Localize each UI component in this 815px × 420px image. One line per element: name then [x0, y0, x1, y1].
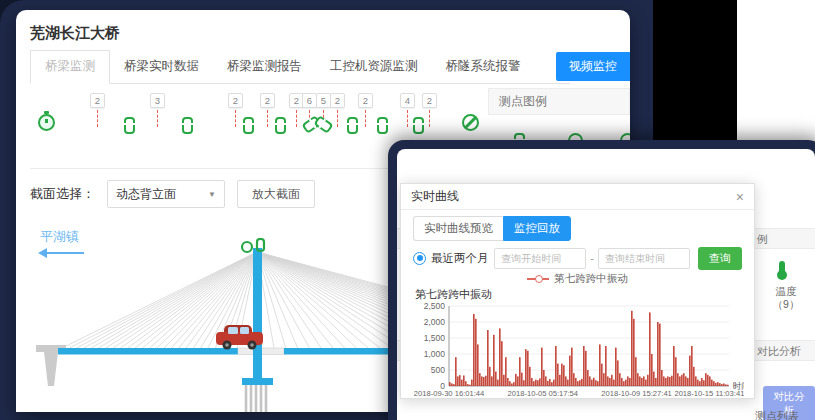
sensor-link-icon	[275, 117, 286, 134]
playback-modal-window: 例 温度 （9） 对比分析 对比分析 测点列表 实时曲线 × 实时曲线预览监控回…	[388, 140, 815, 420]
section-select-label: 截面选择：	[30, 185, 95, 203]
svg-text:时间: 时间	[733, 381, 744, 391]
alarm-dash-line	[157, 110, 158, 127]
video-monitor-button[interactable]: 视频监控	[556, 52, 630, 81]
svg-text:2018-10-09 15:27:41: 2018-10-09 15:27:41	[601, 389, 672, 398]
svg-text:2018-10-05 05:17:54: 2018-10-05 05:17:54	[508, 389, 579, 398]
section-controls: 截面选择： 动态背立面 ▼ 放大截面	[30, 180, 315, 208]
legend-label: 第七跨跨中振动	[554, 272, 628, 286]
tower-piles	[246, 385, 266, 412]
alarm-dash-line	[97, 110, 98, 127]
close-icon[interactable]: ×	[736, 190, 744, 204]
legend-panel-body	[488, 115, 630, 140]
alarm-dash-line	[296, 110, 297, 127]
alarm-dash-line	[429, 110, 430, 127]
legend-panel-header: 测点图例	[488, 88, 630, 115]
range-radio-label: 最近两个月	[431, 251, 489, 266]
sensor-count-badge: 4	[400, 93, 415, 108]
chart-title: 第七跨跨中振动	[415, 287, 742, 302]
thermometer-icon	[779, 261, 785, 274]
tab-桥梁监测[interactable]: 桥梁监测	[30, 50, 110, 84]
sensor-count-badge: 2	[260, 93, 275, 108]
sensor-link-icon	[124, 117, 135, 134]
page-title: 芜湖长江大桥	[30, 24, 120, 43]
dialog-tab-监控回放[interactable]: 监控回放	[503, 216, 571, 241]
svg-text:2,500: 2,500	[424, 302, 446, 311]
tower-top-ring-icon	[242, 242, 252, 252]
section-select-dropdown[interactable]: 动态背立面 ▼	[107, 180, 225, 208]
sensor-count-badge: 2	[422, 93, 437, 108]
legend-ring-icon	[620, 133, 630, 140]
right-panel-header-text: 例	[757, 233, 768, 245]
sensor-count-badge: 2	[90, 93, 105, 108]
measure-point-legend-panel: 测点图例	[488, 88, 630, 140]
sensor-count-badge: 2	[228, 93, 243, 108]
section-select-value: 动态背立面	[116, 186, 176, 203]
modal-page: 例 温度 （9） 对比分析 对比分析 测点列表 实时曲线 × 实时曲线预览监控回…	[397, 149, 815, 420]
tab-桥梁监测报告[interactable]: 桥梁监测报告	[213, 51, 316, 83]
backdrop-black-region	[653, 0, 737, 143]
sensor-link-crossed-icon	[313, 115, 333, 134]
sensor-link-icon	[377, 117, 388, 134]
range-separator: -	[590, 252, 594, 264]
clock-icon	[38, 114, 55, 131]
alarm-dash-line	[407, 110, 408, 127]
compare-section-text: 对比分析	[757, 345, 801, 357]
sensor-link-icon	[413, 117, 424, 134]
end-time-input[interactable]	[598, 248, 690, 269]
sensor-link-icon	[347, 117, 358, 134]
svg-text:1,000: 1,000	[424, 349, 446, 359]
alarm-dash-line	[337, 110, 338, 127]
query-button[interactable]: 查询	[698, 247, 742, 270]
alarm-dash-line	[365, 110, 366, 127]
dialog-tabbar: 实时曲线预览监控回放	[413, 216, 742, 241]
sensor-count-badge: 2	[358, 93, 373, 108]
legend-link-icon	[514, 133, 525, 140]
chart-legend: 第七跨跨中振动	[413, 272, 742, 285]
tab-桥隧系统报警[interactable]: 桥隧系统报警	[432, 51, 535, 83]
alarm-dash-line	[235, 110, 236, 127]
legend-ring-icon	[568, 133, 583, 140]
range-radio[interactable]	[413, 252, 426, 265]
svg-text:2,000: 2,000	[424, 317, 446, 327]
backdrop-white-region	[737, 0, 815, 143]
dialog-title: 实时曲线	[411, 188, 459, 205]
query-row: 最近两个月 - 查询	[413, 247, 742, 269]
no-entry-icon	[462, 114, 479, 131]
screenshot-stage: 芜湖长江大桥 桥梁监测桥梁实时数据桥梁监测报告工控机资源监测桥隧系统报警 视频监…	[0, 0, 815, 420]
sensor-count-badge: 3	[150, 93, 165, 108]
sensor-count-badge: 6	[302, 93, 317, 108]
svg-text:500: 500	[431, 365, 445, 375]
svg-text:1,500: 1,500	[424, 333, 446, 343]
zoom-section-button[interactable]: 放大截面	[237, 180, 315, 208]
realtime-curve-dialog: 实时曲线 × 实时曲线预览监控回放 最近两个月 - 查询	[400, 183, 755, 399]
sensor-link-icon	[182, 117, 193, 134]
chevron-down-icon: ▼	[208, 190, 216, 199]
temperature-label: 温度	[761, 285, 811, 299]
main-tabbar: 桥梁监测桥梁实时数据桥梁监测报告工控机资源监测桥隧系统报警	[30, 54, 570, 84]
bridge-tower	[253, 248, 262, 380]
dialog-body: 实时曲线预览监控回放 最近两个月 - 查询 第七跨跨中振动 第七跨	[401, 210, 754, 399]
temperature-count: （9）	[761, 298, 811, 312]
dialog-header: 实时曲线 ×	[401, 184, 754, 210]
alarm-dash-line	[267, 110, 268, 127]
point-list-label: 测点列表	[755, 409, 799, 420]
bridge-deck-left	[58, 348, 238, 355]
tab-桥梁实时数据[interactable]: 桥梁实时数据	[110, 51, 213, 83]
sensor-count-badge: 2	[330, 93, 345, 108]
svg-text:2018-09-30 16:01:44: 2018-09-30 16:01:44	[414, 389, 485, 398]
tab-工控机资源监测[interactable]: 工控机资源监测	[316, 51, 432, 83]
legend-marker-icon	[527, 278, 549, 280]
tower-footing	[242, 378, 273, 385]
start-time-input[interactable]	[494, 248, 586, 269]
vibration-chart: 05001,0001,5002,0002,5002018-09-30 16:01…	[413, 302, 744, 399]
sensor-link-icon	[243, 117, 254, 134]
left-pier-stem	[44, 352, 58, 386]
dialog-tab-实时曲线预览[interactable]: 实时曲线预览	[413, 216, 503, 241]
sensor-count-badge: 5	[316, 93, 331, 108]
